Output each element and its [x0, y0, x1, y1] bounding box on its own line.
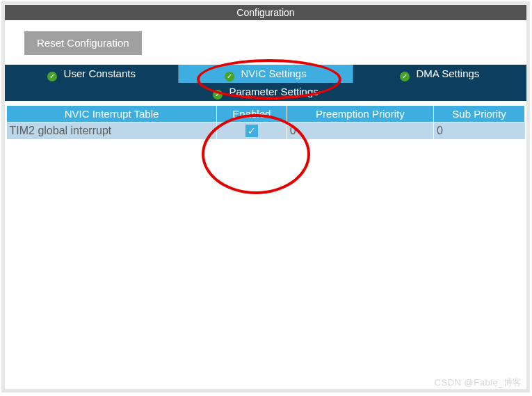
tab-label: NVIC Settings: [241, 68, 306, 79]
tab-label: Parameter Settings: [229, 86, 318, 97]
window-title: Configuration: [236, 7, 294, 18]
settings-tabbar: ✓ User Constants ✓ NVIC Settings ✓ DMA S…: [5, 65, 526, 83]
col-header-name: NVIC Interrupt Table: [7, 106, 217, 122]
table-header-row: NVIC Interrupt Table Enabled Preemption …: [7, 106, 525, 122]
tab-label: DMA Settings: [416, 68, 479, 79]
col-header-enabled: Enabled: [217, 106, 287, 122]
window-titlebar: Configuration: [5, 5, 526, 20]
check-circle-icon: ✓: [400, 72, 410, 81]
col-header-sub: Sub Priority: [434, 106, 525, 122]
table-row[interactable]: TIM2 global interrupt ✓ 0 0: [7, 122, 525, 139]
tab-dma-settings[interactable]: ✓ DMA Settings: [353, 65, 526, 83]
cell-enabled: ✓: [217, 122, 287, 139]
cell-interrupt-name: TIM2 global interrupt: [7, 122, 217, 139]
empty-area: [6, 139, 525, 362]
col-header-preempt: Preemption Priority: [287, 106, 433, 122]
toolbar: Reset Configuration: [5, 20, 526, 65]
reset-configuration-button[interactable]: Reset Configuration: [24, 31, 142, 55]
cell-preemption-priority[interactable]: 0: [287, 122, 433, 139]
enabled-checkbox[interactable]: ✓: [245, 125, 258, 137]
nvic-table-container: NVIC Interrupt Table Enabled Preemption …: [5, 101, 526, 362]
tab-nvic-settings[interactable]: ✓ NVIC Settings: [179, 65, 353, 83]
check-circle-icon: ✓: [225, 72, 234, 81]
check-circle-icon: ✓: [47, 72, 57, 81]
tab-user-constants[interactable]: ✓ User Constants: [5, 65, 179, 83]
cell-sub-priority[interactable]: 0: [434, 122, 525, 139]
nvic-interrupt-table: NVIC Interrupt Table Enabled Preemption …: [6, 105, 525, 139]
tab-label: User Constants: [64, 68, 136, 79]
check-circle-icon: ✓: [213, 90, 223, 100]
tab-parameter-settings[interactable]: ✓ Parameter Settings: [5, 83, 526, 101]
